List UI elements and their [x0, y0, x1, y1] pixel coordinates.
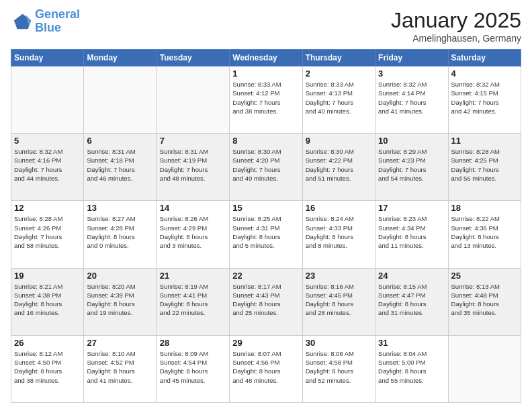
title-block: January 2025 Amelinghausen, Germany [391, 8, 521, 44]
day-number: 29 [232, 338, 299, 348]
calendar-week-row: 12Sunrise: 8:28 AM Sunset: 4:26 PM Dayli… [11, 201, 521, 268]
calendar-cell: 24Sunrise: 8:15 AM Sunset: 4:47 PM Dayli… [375, 268, 448, 335]
day-info: Sunrise: 8:21 AM Sunset: 4:38 PM Dayligh… [14, 282, 81, 318]
day-info: Sunrise: 8:04 AM Sunset: 5:00 PM Dayligh… [378, 349, 445, 385]
day-info: Sunrise: 8:12 AM Sunset: 4:50 PM Dayligh… [14, 349, 81, 385]
weekday-header-wednesday: Wednesday [230, 50, 302, 66]
day-number: 17 [378, 203, 445, 213]
calendar-cell: 12Sunrise: 8:28 AM Sunset: 4:26 PM Dayli… [11, 201, 84, 268]
day-info: Sunrise: 8:31 AM Sunset: 4:18 PM Dayligh… [87, 147, 153, 183]
day-info: Sunrise: 8:32 AM Sunset: 4:14 PM Dayligh… [378, 80, 445, 116]
day-number: 23 [306, 271, 372, 281]
day-number: 18 [451, 203, 518, 213]
day-info: Sunrise: 8:28 AM Sunset: 4:25 PM Dayligh… [451, 147, 518, 183]
header: General Blue January 2025 Amelinghausen,… [11, 8, 521, 44]
day-info: Sunrise: 8:15 AM Sunset: 4:47 PM Dayligh… [378, 282, 445, 318]
calendar-cell: 13Sunrise: 8:27 AM Sunset: 4:28 PM Dayli… [84, 201, 157, 268]
page: General Blue January 2025 Amelinghausen,… [0, 0, 532, 411]
day-info: Sunrise: 8:16 AM Sunset: 4:45 PM Dayligh… [306, 282, 372, 318]
calendar-cell: 11Sunrise: 8:28 AM Sunset: 4:25 PM Dayli… [448, 134, 521, 201]
day-info: Sunrise: 8:25 AM Sunset: 4:31 PM Dayligh… [232, 214, 299, 250]
calendar-cell: 21Sunrise: 8:19 AM Sunset: 4:41 PM Dayli… [157, 268, 229, 335]
month-title: January 2025 [391, 8, 521, 33]
day-number: 5 [14, 136, 81, 146]
calendar-cell: 9Sunrise: 8:30 AM Sunset: 4:22 PM Daylig… [302, 134, 375, 201]
logo-general: General [35, 7, 80, 21]
calendar-cell: 23Sunrise: 8:16 AM Sunset: 4:45 PM Dayli… [302, 268, 375, 335]
calendar-cell: 7Sunrise: 8:31 AM Sunset: 4:19 PM Daylig… [157, 134, 229, 201]
logo: General Blue [11, 8, 80, 35]
weekday-header-friday: Friday [375, 50, 448, 66]
calendar-cell: 10Sunrise: 8:29 AM Sunset: 4:23 PM Dayli… [375, 134, 448, 201]
day-number: 9 [306, 136, 372, 146]
weekday-header-tuesday: Tuesday [157, 50, 229, 66]
calendar-cell: 2Sunrise: 8:33 AM Sunset: 4:13 PM Daylig… [302, 66, 375, 134]
calendar-cell: 27Sunrise: 8:10 AM Sunset: 4:52 PM Dayli… [84, 335, 157, 402]
day-number: 15 [232, 203, 299, 213]
day-info: Sunrise: 8:23 AM Sunset: 4:34 PM Dayligh… [378, 214, 445, 250]
day-info: Sunrise: 8:24 AM Sunset: 4:33 PM Dayligh… [306, 214, 372, 250]
day-info: Sunrise: 8:26 AM Sunset: 4:29 PM Dayligh… [160, 214, 226, 250]
calendar-week-row: 19Sunrise: 8:21 AM Sunset: 4:38 PM Dayli… [11, 268, 521, 335]
day-info: Sunrise: 8:33 AM Sunset: 4:13 PM Dayligh… [306, 80, 372, 116]
logo-text: General Blue [35, 8, 80, 35]
location: Amelinghausen, Germany [391, 33, 521, 44]
calendar-cell: 5Sunrise: 8:32 AM Sunset: 4:16 PM Daylig… [11, 134, 84, 201]
logo-icon [11, 11, 32, 32]
day-number: 12 [14, 203, 81, 213]
calendar-cell [11, 66, 84, 134]
calendar-cell: 3Sunrise: 8:32 AM Sunset: 4:14 PM Daylig… [375, 66, 448, 134]
day-number: 3 [378, 68, 445, 79]
calendar-cell: 4Sunrise: 8:32 AM Sunset: 4:15 PM Daylig… [448, 66, 521, 134]
day-number: 7 [160, 136, 226, 146]
calendar-cell: 30Sunrise: 8:06 AM Sunset: 4:58 PM Dayli… [302, 335, 375, 402]
weekday-header-saturday: Saturday [448, 50, 521, 66]
day-info: Sunrise: 8:27 AM Sunset: 4:28 PM Dayligh… [87, 214, 153, 250]
calendar-cell: 6Sunrise: 8:31 AM Sunset: 4:18 PM Daylig… [84, 134, 157, 201]
day-info: Sunrise: 8:30 AM Sunset: 4:20 PM Dayligh… [232, 147, 299, 183]
day-number: 25 [451, 271, 518, 281]
calendar-cell: 15Sunrise: 8:25 AM Sunset: 4:31 PM Dayli… [230, 201, 302, 268]
weekday-header-monday: Monday [84, 50, 157, 66]
day-info: Sunrise: 8:09 AM Sunset: 4:54 PM Dayligh… [160, 349, 226, 385]
day-number: 21 [160, 271, 226, 281]
day-number: 19 [14, 271, 81, 281]
calendar-cell: 20Sunrise: 8:20 AM Sunset: 4:39 PM Dayli… [84, 268, 157, 335]
day-info: Sunrise: 8:33 AM Sunset: 4:12 PM Dayligh… [232, 80, 299, 116]
day-number: 22 [232, 271, 299, 281]
day-info: Sunrise: 8:30 AM Sunset: 4:22 PM Dayligh… [306, 147, 372, 183]
day-number: 10 [378, 136, 445, 146]
calendar: SundayMondayTuesdayWednesdayThursdayFrid… [11, 49, 521, 403]
day-number: 4 [451, 68, 518, 79]
day-info: Sunrise: 8:31 AM Sunset: 4:19 PM Dayligh… [160, 147, 226, 183]
logo-blue: Blue [35, 21, 61, 34]
calendar-cell: 1Sunrise: 8:33 AM Sunset: 4:12 PM Daylig… [230, 66, 302, 134]
day-number: 8 [232, 136, 299, 146]
calendar-cell: 26Sunrise: 8:12 AM Sunset: 4:50 PM Dayli… [11, 335, 84, 402]
calendar-cell: 16Sunrise: 8:24 AM Sunset: 4:33 PM Dayli… [302, 201, 375, 268]
calendar-cell: 28Sunrise: 8:09 AM Sunset: 4:54 PM Dayli… [157, 335, 229, 402]
day-number: 2 [306, 68, 372, 79]
calendar-cell: 29Sunrise: 8:07 AM Sunset: 4:56 PM Dayli… [230, 335, 302, 402]
day-number: 27 [87, 338, 153, 348]
day-number: 1 [232, 68, 299, 79]
calendar-cell [157, 66, 229, 134]
day-info: Sunrise: 8:32 AM Sunset: 4:16 PM Dayligh… [14, 147, 81, 183]
day-info: Sunrise: 8:17 AM Sunset: 4:43 PM Dayligh… [232, 282, 299, 318]
day-number: 31 [378, 338, 445, 348]
calendar-cell: 14Sunrise: 8:26 AM Sunset: 4:29 PM Dayli… [157, 201, 229, 268]
day-info: Sunrise: 8:20 AM Sunset: 4:39 PM Dayligh… [87, 282, 153, 318]
day-info: Sunrise: 8:22 AM Sunset: 4:36 PM Dayligh… [451, 214, 518, 250]
day-number: 30 [306, 338, 372, 348]
calendar-cell [84, 66, 157, 134]
day-info: Sunrise: 8:10 AM Sunset: 4:52 PM Dayligh… [87, 349, 153, 385]
day-number: 6 [87, 136, 153, 146]
day-number: 14 [160, 203, 226, 213]
day-info: Sunrise: 8:28 AM Sunset: 4:26 PM Dayligh… [14, 214, 81, 250]
calendar-cell: 31Sunrise: 8:04 AM Sunset: 5:00 PM Dayli… [375, 335, 448, 402]
calendar-cell: 17Sunrise: 8:23 AM Sunset: 4:34 PM Dayli… [375, 201, 448, 268]
day-number: 20 [87, 271, 153, 281]
day-number: 28 [160, 338, 226, 348]
day-info: Sunrise: 8:07 AM Sunset: 4:56 PM Dayligh… [232, 349, 299, 385]
day-number: 13 [87, 203, 153, 213]
